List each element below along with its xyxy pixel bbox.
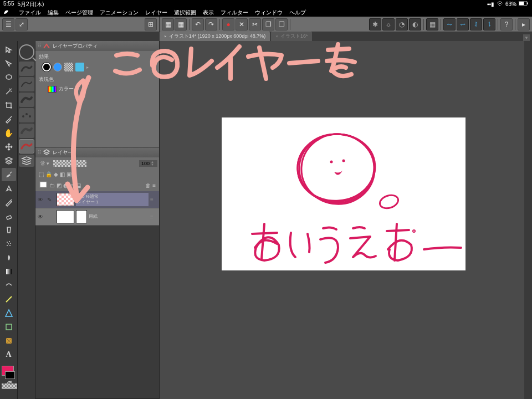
effect-checker-icon[interactable] xyxy=(64,63,73,71)
text-tool-icon[interactable]: A xyxy=(2,348,16,361)
brush-preset-5[interactable] xyxy=(19,124,34,138)
menu-file[interactable]: ファイル xyxy=(19,9,41,17)
eraser-tool-icon[interactable] xyxy=(2,209,16,223)
layer-mask-icon[interactable]: ▣ xyxy=(66,171,71,177)
opacity-value[interactable]: 100 xyxy=(141,161,150,166)
new-folder-icon[interactable]: 🗀 xyxy=(49,182,55,188)
menu-edit[interactable]: 編集 xyxy=(48,9,59,17)
tool-a-icon[interactable]: ◔ xyxy=(396,18,408,30)
brush-preset-4[interactable] xyxy=(19,108,34,122)
layer-edit-icon[interactable]: ✎ xyxy=(47,197,55,203)
perspective-tool-icon[interactable] xyxy=(2,334,16,347)
transparent-swatch[interactable] xyxy=(2,383,17,389)
pen-tool-icon[interactable] xyxy=(2,182,16,195)
hand-tool-icon[interactable]: ✋ xyxy=(2,126,16,140)
effect-color-icon[interactable] xyxy=(75,63,84,71)
brush-preset-active[interactable] xyxy=(19,139,34,154)
color-mode-stepper[interactable]: ▲▼ xyxy=(76,86,80,92)
layer-clip-icon[interactable]: ◧ xyxy=(60,171,65,177)
tab-close-icon[interactable]: × xyxy=(164,34,167,39)
layer-action-a-icon[interactable]: ◩ xyxy=(57,182,62,188)
layer-transfer-icon[interactable]: ⇄ xyxy=(70,182,74,188)
brush-preset-3[interactable] xyxy=(19,93,34,107)
grid2-icon[interactable]: ▦ xyxy=(175,18,187,30)
ruler-tool-icon[interactable] xyxy=(2,306,16,320)
new-layer-icon[interactable] xyxy=(39,181,48,190)
delete-layer-icon[interactable]: 🗑 xyxy=(145,182,151,188)
layer-action-b-icon[interactable]: ◐ xyxy=(63,182,68,188)
eyedrop-tool-icon[interactable] xyxy=(2,112,16,126)
line-tool-icon[interactable] xyxy=(2,293,16,306)
layer-lock-icon[interactable]: ⬚ xyxy=(39,171,44,177)
pencil-tool-icon[interactable] xyxy=(2,196,16,209)
layer-item-paper[interactable]: 👁 用紙 ≡ xyxy=(35,208,159,226)
panel-grip-icon[interactable]: ⠿ xyxy=(38,43,42,49)
brush-tool-icon[interactable] xyxy=(2,168,16,181)
blend-mode-dropdown[interactable]: 常 ▾ xyxy=(37,159,53,168)
tab-close-icon[interactable]: × xyxy=(275,34,278,39)
color-swatches[interactable] xyxy=(2,366,17,389)
snap-d-icon[interactable]: ⥍ xyxy=(483,18,495,30)
record-icon[interactable]: ● xyxy=(222,18,234,30)
crop-tool-icon[interactable] xyxy=(2,99,16,112)
canvas-viewport[interactable] xyxy=(160,41,532,399)
app-logo-icon[interactable] xyxy=(2,8,10,17)
layer-menu-icon[interactable]: ≡ xyxy=(152,182,156,188)
effect-border-icon[interactable] xyxy=(42,63,51,71)
collapse-icon[interactable]: ▸ xyxy=(518,18,530,30)
brush-preset-1[interactable] xyxy=(19,62,34,76)
layer-visibility-icon[interactable]: 👁 xyxy=(38,197,45,203)
layer-visibility-icon[interactable]: 👁 xyxy=(38,214,45,220)
layer-thumbnail[interactable] xyxy=(57,210,74,223)
menu-page[interactable]: ページ管理 xyxy=(65,9,93,17)
arrow-tool-icon[interactable] xyxy=(2,43,16,57)
help-icon[interactable]: ? xyxy=(500,18,513,30)
brush-preset-2[interactable] xyxy=(19,77,34,91)
redo-icon[interactable]: ↷ xyxy=(205,18,217,30)
menu-help[interactable]: ヘルプ xyxy=(289,9,306,17)
lasso-tool-icon[interactable] xyxy=(2,71,16,84)
effect-tone-icon[interactable] xyxy=(53,63,62,71)
magnifier-icon[interactable] xyxy=(19,44,34,60)
layers-icon[interactable]: ▦ xyxy=(426,18,438,30)
menu-selection[interactable]: 選択範囲 xyxy=(174,9,196,17)
sun-icon[interactable]: ☼ xyxy=(382,18,395,30)
arrow2-tool-icon[interactable] xyxy=(2,57,16,70)
toolbar-expand-icon[interactable]: ⤢ xyxy=(16,18,28,30)
menu-window[interactable]: ウィンドウ xyxy=(255,9,283,17)
menu-layer[interactable]: レイヤー xyxy=(145,9,167,17)
stack-icon[interactable]: ❐ xyxy=(262,18,274,30)
menu-view[interactable]: 表示 xyxy=(203,9,214,17)
shape-tool-icon[interactable] xyxy=(2,279,16,292)
wand-tool-icon[interactable] xyxy=(2,85,16,98)
delete-icon[interactable]: ✕ xyxy=(236,18,248,30)
gear-icon[interactable]: ✱ xyxy=(369,18,381,30)
spray-tool-icon[interactable] xyxy=(2,237,16,250)
tab-dropdown-icon[interactable]: ▼ xyxy=(523,34,530,41)
menu-filter[interactable]: フィルター xyxy=(221,9,248,17)
snap-c-icon[interactable]: ⥌ xyxy=(470,18,482,30)
layers-tool-icon[interactable] xyxy=(2,154,16,167)
tab-active[interactable]: × イラスト14* (1920 x 1200px 600dpi 48.7%) xyxy=(160,32,270,41)
move-tool-icon[interactable] xyxy=(2,140,16,154)
tab-inactive[interactable]: × イラスト16* xyxy=(271,32,312,41)
layer-thumbnail-extra[interactable] xyxy=(76,210,87,223)
layer-merge-icon[interactable]: ⬓ xyxy=(76,182,81,188)
toolbar-menu-icon[interactable]: ☰ xyxy=(2,18,14,30)
opacity-stepper[interactable]: ▲▼ xyxy=(151,161,155,166)
grid-icon[interactable]: ▦ xyxy=(162,18,174,30)
opacity-slider[interactable] xyxy=(53,160,86,167)
undo-icon[interactable]: ↶ xyxy=(192,18,204,30)
blend-tool-icon[interactable] xyxy=(2,223,16,237)
snap-a-icon[interactable]: ⥊ xyxy=(443,18,456,30)
color-mode-icon[interactable] xyxy=(48,86,57,93)
effect-more-icon[interactable]: ▸ xyxy=(86,65,91,69)
tool-b-icon[interactable]: ◐ xyxy=(409,18,421,30)
layer-item-1[interactable]: 👁 ✎ 100 %通常 レイヤー 1 ≡ xyxy=(35,191,159,208)
snap-b-icon[interactable]: ⥋ xyxy=(457,18,469,30)
toolbar-panel-toggle-icon[interactable]: ⊞ xyxy=(145,18,157,30)
stack2-icon[interactable]: ❐ xyxy=(275,18,288,30)
panel-grip-icon[interactable]: ⠿ xyxy=(38,150,42,155)
layer-lock2-icon[interactable]: 🔒 xyxy=(45,171,52,177)
menu-animation[interactable]: アニメーション xyxy=(100,9,139,17)
